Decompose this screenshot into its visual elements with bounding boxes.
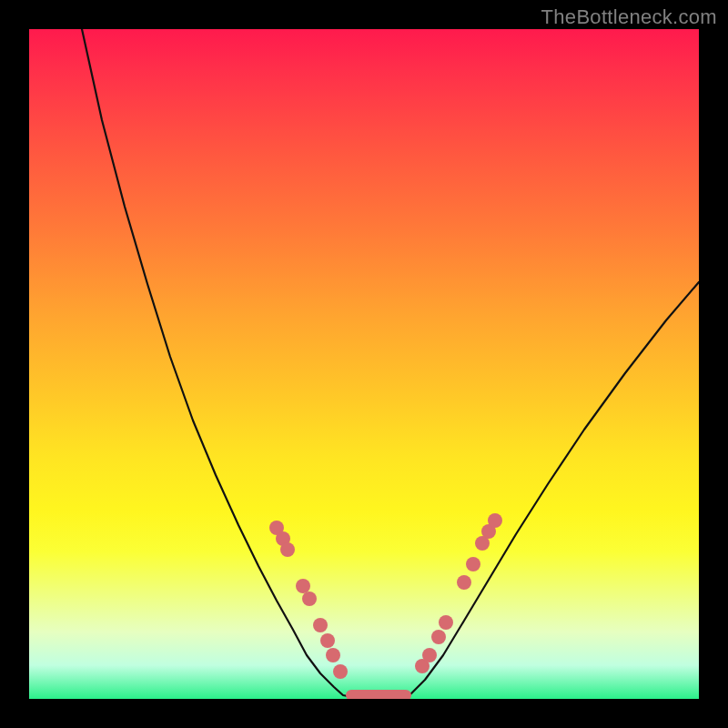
data-point-marker (422, 648, 437, 662)
data-point-marker (326, 648, 340, 662)
data-point-marker (280, 542, 295, 557)
data-point-marker (296, 579, 310, 593)
data-point-marker (466, 557, 480, 571)
data-point-marker (333, 664, 348, 679)
data-point-marker (431, 630, 446, 644)
data-point-marker (320, 633, 335, 648)
data-point-marker (439, 615, 453, 630)
data-markers (269, 513, 502, 699)
data-point-marker (457, 575, 471, 590)
chart-svg (29, 29, 699, 699)
data-point-marker (313, 618, 328, 632)
chart-frame: TheBottleneck.com (0, 0, 728, 728)
plot-area (29, 29, 699, 699)
data-point-marker (488, 513, 502, 528)
data-point-marker (302, 592, 317, 606)
watermark-text: TheBottleneck.com (541, 5, 717, 29)
valley-floor-marker (346, 690, 411, 699)
bottleneck-curve (82, 29, 699, 699)
